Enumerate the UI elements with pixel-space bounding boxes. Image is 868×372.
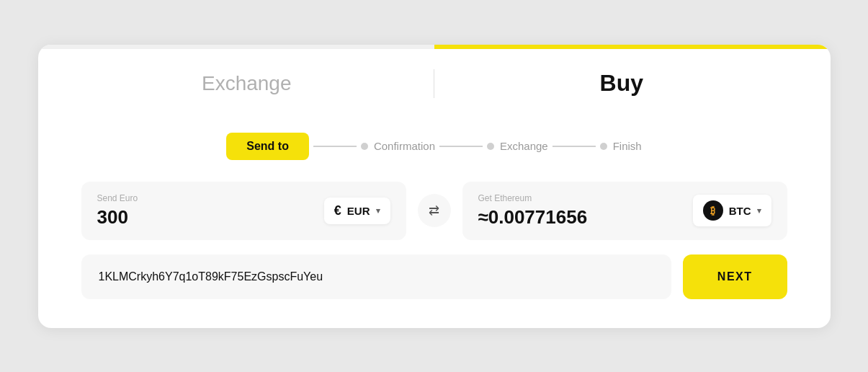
receive-box-left: Get Ethereum ≈0.00771656 bbox=[478, 193, 588, 229]
eur-code: EUR bbox=[347, 205, 370, 217]
send-box: Send Euro 300 € EUR ▾ bbox=[81, 182, 406, 240]
step-confirmation: Confirmation bbox=[361, 140, 435, 152]
progress-bar bbox=[38, 45, 831, 49]
step-label-finish: Finish bbox=[613, 140, 642, 152]
step-dot-finish bbox=[600, 143, 607, 150]
step-finish: Finish bbox=[600, 140, 642, 152]
main-card: Exchange Buy Send to Confirmation Exchan… bbox=[38, 45, 831, 328]
swap-icon: ⇄ bbox=[429, 203, 439, 218]
exchange-title: Exchange bbox=[81, 72, 413, 95]
btc-selector[interactable]: ₿ BTC ▾ bbox=[693, 195, 771, 226]
eur-dropdown-arrow: ▾ bbox=[376, 206, 380, 216]
send-label: Send Euro bbox=[97, 193, 138, 203]
address-row: 1KLMCrkyh6Y7q1oT89kF75EzGspscFuYeu NEXT bbox=[38, 254, 831, 299]
progress-bar-fill bbox=[434, 45, 831, 49]
buy-title: Buy bbox=[456, 70, 787, 97]
send-box-left: Send Euro 300 bbox=[97, 193, 138, 229]
eur-symbol-icon: € bbox=[334, 203, 341, 218]
btc-dropdown-arrow: ▾ bbox=[757, 206, 761, 216]
swap-button[interactable]: ⇄ bbox=[418, 194, 451, 227]
address-box[interactable]: 1KLMCrkyh6Y7q1oT89kF75EzGspscFuYeu bbox=[81, 254, 671, 299]
step-dot-exchange bbox=[487, 143, 494, 150]
address-value: 1KLMCrkyh6Y7q1oT89kF75EzGspscFuYeu bbox=[99, 270, 323, 283]
step-label-exchange: Exchange bbox=[500, 140, 548, 152]
steps-row: Send to Confirmation Exchange Finish bbox=[38, 112, 831, 182]
btc-symbol: ₿ bbox=[710, 205, 715, 216]
btc-code: BTC bbox=[729, 205, 751, 217]
step-line-1 bbox=[313, 146, 357, 147]
step-line-3 bbox=[552, 146, 596, 147]
step-line-2 bbox=[439, 146, 483, 147]
receive-label: Get Ethereum bbox=[478, 193, 588, 203]
next-button[interactable]: NEXT bbox=[683, 254, 787, 299]
step-exchange: Exchange bbox=[487, 140, 548, 152]
exchange-row: Send Euro 300 € EUR ▾ ⇄ Get Ethereum ≈0.… bbox=[38, 182, 831, 240]
receive-value: ≈0.00771656 bbox=[478, 206, 588, 229]
step-send-to: Send to bbox=[226, 133, 309, 160]
receive-box: Get Ethereum ≈0.00771656 ₿ BTC ▾ bbox=[462, 182, 787, 240]
eur-selector[interactable]: € EUR ▾ bbox=[324, 198, 390, 224]
header-divider bbox=[434, 69, 434, 98]
card-header: Exchange Buy bbox=[38, 49, 831, 112]
step-label-confirmation: Confirmation bbox=[374, 140, 435, 152]
step-dot-confirmation bbox=[361, 143, 368, 150]
send-value: 300 bbox=[97, 206, 138, 229]
btc-icon: ₿ bbox=[703, 200, 723, 221]
